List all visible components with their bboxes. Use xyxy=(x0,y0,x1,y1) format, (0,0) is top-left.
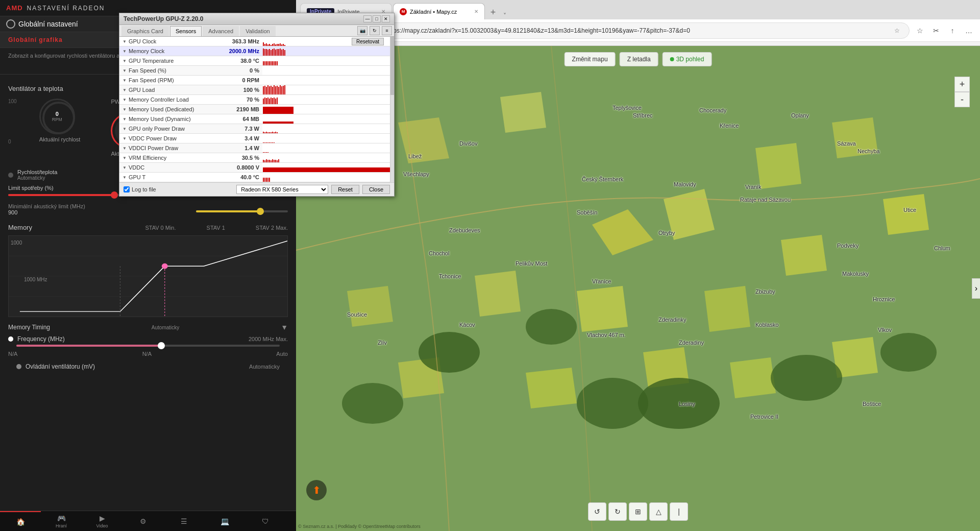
address-bar[interactable]: 🔒 https://mapy.cz/zakladni?x=15.0032003&… xyxy=(370,22,910,39)
browser-nav: ← → ↻ ⌂ 🔒 https://mapy.cz/zakladni?x=15.… xyxy=(296,19,980,42)
memory-timing-label: Memory Timing xyxy=(8,324,50,331)
taskbar-gaming[interactable]: 🎮 Hraní xyxy=(41,511,82,532)
dropdown-arrow[interactable]: ▼ xyxy=(122,39,127,44)
limit-slider-thumb[interactable] xyxy=(111,191,118,199)
info-btn[interactable]: | xyxy=(670,502,688,521)
three-d-btn[interactable]: 3D pohled xyxy=(663,52,712,66)
dropdown-arrow-mem[interactable]: ▼ xyxy=(122,49,127,54)
gpuz-camera-btn[interactable]: 📷 xyxy=(357,26,368,35)
sensor-gpu-power: ▼ GPU only Power Draw 7.3 W xyxy=(119,124,394,134)
map-expand-btn[interactable]: › xyxy=(972,278,980,299)
gpuz-minimize[interactable]: — xyxy=(363,15,372,22)
map-area: Změnit mapu Z letadla 3D pohled + - Chot… xyxy=(296,46,980,531)
svg-marker-21 xyxy=(730,357,776,398)
gpuz-menu-btn[interactable]: ≡ xyxy=(382,26,392,35)
taskbar-shield[interactable]: 🛡 xyxy=(245,511,286,532)
gpuz-footer-controls: Radeon RX 580 Series Reset Close xyxy=(236,185,390,194)
freq-label: Frequency (MHz) xyxy=(17,335,65,343)
frequency-section: Frequency (MHz) 2000 MHz Max. xyxy=(8,335,288,347)
freq-slider-fill xyxy=(16,345,161,347)
freq-slider-track[interactable] xyxy=(16,345,280,347)
address-text: https://mapy.cz/zakladni?x=15.0032003&y=… xyxy=(386,27,888,34)
rotate-right-btn[interactable]: ↻ xyxy=(608,502,627,521)
tab-mapy-close[interactable]: ✕ xyxy=(474,9,478,14)
acoustic-slider-thumb[interactable] xyxy=(257,208,264,215)
bookmark-btn[interactable]: ☆ xyxy=(891,25,903,37)
taskbar-home[interactable]: 🏠 xyxy=(0,511,41,532)
taskbar-settings[interactable]: ⚙ xyxy=(122,511,163,532)
browser-menu-btn[interactable]: … xyxy=(962,23,976,38)
sensor-val-gpu-load: 100 % xyxy=(222,86,262,94)
tab-chevron[interactable]: ˅ xyxy=(503,12,506,19)
gpuz-titlebar: TechPowerUp GPU-Z 2.20.0 — □ ✕ xyxy=(119,13,394,25)
reset-btn[interactable]: Reset xyxy=(331,185,359,194)
globe-icon xyxy=(6,19,15,29)
zoom-in-btn[interactable]: + xyxy=(954,77,970,92)
taskbar: 🏠 🎮 Hraní ▶ Video ⚙ ☰ 💻 🛡 xyxy=(0,511,296,531)
gpuz-tab-graphics[interactable]: Graphics Card xyxy=(121,26,169,36)
sensor-graph-mem-ctrl xyxy=(262,95,394,104)
freq-value: 2000 MHz Max. xyxy=(249,336,288,342)
rotate-left-btn[interactable]: ↺ xyxy=(588,502,606,521)
gpuz-refresh-btn[interactable]: ↻ xyxy=(370,26,380,35)
sensor-val-mem-dyn: 64 MB xyxy=(222,115,262,123)
freq-slider-thumb[interactable] xyxy=(158,342,165,349)
map-ui-bar: Změnit mapu Z letadla 3D pohled xyxy=(565,52,712,66)
video-icon: ▶ xyxy=(100,514,105,522)
svg-point-26 xyxy=(526,309,577,345)
gpuz-reset-btn[interactable]: Resetovat xyxy=(352,38,384,45)
memory-section: Memory STAV 0 Min. STAV 1 STAV 2 Max. xyxy=(0,220,296,376)
svg-point-29 xyxy=(342,383,403,424)
acoustic-value: 900 xyxy=(8,209,85,215)
gpuz-maximize[interactable]: □ xyxy=(373,15,381,22)
grid-btn[interactable]: ⊞ xyxy=(629,502,647,521)
svg-marker-19 xyxy=(347,286,393,327)
freq-dot xyxy=(8,336,13,342)
gpu-selector[interactable]: Radeon RX 580 Series xyxy=(236,185,328,194)
favorites-btn[interactable]: ☆ xyxy=(913,23,927,38)
sensor-graph-gpu-power xyxy=(262,124,394,133)
sensor-name-gpu-temp: ▼ GPU Temperature xyxy=(119,57,222,65)
web-capture-btn[interactable]: ✂ xyxy=(929,23,943,38)
browser-tab-mapy[interactable]: M Základní • Mapy.cz ✕ xyxy=(393,3,485,19)
sensor-name-gpu-t: ▼ GPU T xyxy=(119,173,222,181)
zero-rpm-label: Rychlost/teplota xyxy=(17,169,57,175)
settings-icon: ⚙ xyxy=(140,517,146,525)
terrain-btn[interactable]: △ xyxy=(649,502,668,521)
memory-header: Memory STAV 0 Min. STAV 1 STAV 2 Max. xyxy=(8,224,288,231)
taskbar-display[interactable]: 💻 xyxy=(204,511,245,532)
svg-point-30 xyxy=(577,378,648,429)
map-zoom-controls: + - xyxy=(954,77,970,107)
sensor-val-gpu-t: 40.0 °C xyxy=(222,173,262,181)
gpuz-window: TechPowerUp GPU-Z 2.20.0 — □ ✕ Graphics … xyxy=(119,13,395,197)
close-btn[interactable]: Close xyxy=(362,185,390,194)
scrollbar[interactable] xyxy=(390,37,394,182)
taskbar-menu[interactable]: ☰ xyxy=(163,511,204,532)
tab-new-btn[interactable]: + xyxy=(486,5,500,19)
gpuz-tab-validation[interactable]: Validation xyxy=(240,26,276,36)
log-checkbox[interactable] xyxy=(124,186,130,192)
acoustic-slider-track[interactable] xyxy=(196,210,288,212)
sensor-fan-pct: ▼ Fan Speed (%) 0 % xyxy=(119,66,394,76)
zoom-out-btn[interactable]: - xyxy=(954,92,970,107)
map-compass[interactable]: ⬆ xyxy=(306,480,327,500)
svg-marker-13 xyxy=(832,117,878,158)
taskbar-video[interactable]: ▶ Video xyxy=(82,511,122,532)
svg-marker-18 xyxy=(781,235,827,276)
gpuz-close[interactable]: ✕ xyxy=(382,15,390,22)
gpuz-tab-advanced[interactable]: Advanced xyxy=(203,26,239,36)
log-to-file-row: Log to file xyxy=(124,186,156,192)
ovl-value: Automaticky xyxy=(249,364,280,370)
home-icon: 🏠 xyxy=(16,518,25,526)
sensor-name-mem-ded: ▼ Memory Used (Dedicated) xyxy=(119,105,222,113)
share-btn[interactable]: ↑ xyxy=(945,23,960,38)
three-d-dot xyxy=(670,57,674,61)
memory-timing-chevron[interactable]: ▼ xyxy=(281,323,288,331)
freq-auto: Auto xyxy=(276,351,288,357)
freq-na2: N/A xyxy=(142,351,152,357)
acoustic-limit-area: Minimální akustický limit (MHz) 900 xyxy=(8,203,85,215)
gpuz-tab-sensors[interactable]: Sensors xyxy=(170,26,202,36)
change-map-btn[interactable]: Změnit mapu xyxy=(565,52,616,66)
flight-btn[interactable]: Z letadla xyxy=(620,52,658,66)
sensor-name-mem-dyn: ▼ Memory Used (Dynamic) xyxy=(119,115,222,123)
